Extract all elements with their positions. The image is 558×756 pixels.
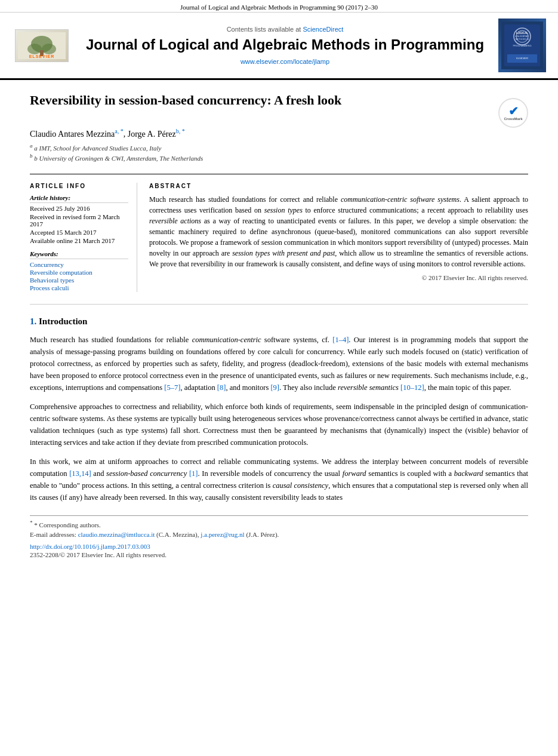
affiliation-b: b b University of Groningen & CWI, Amste… (30, 153, 528, 162)
email1-link[interactable]: claudio.mezzina@imtlucca.it (78, 531, 155, 538)
introduction-heading: 1. Introduction (30, 316, 528, 327)
top-banner: Journal of Logical and Algebraic Methods… (0, 0, 558, 13)
crossmark-label: CrossMark (504, 117, 522, 121)
email1-person: (C.A. Mezzina), (156, 531, 199, 538)
paper-content: Reversibility in session-based concurren… (0, 80, 558, 570)
abstract-heading: ABSTRACT (149, 183, 528, 189)
author1-sup: a, * (115, 128, 123, 134)
keyword-1: Concurrency (30, 261, 128, 268)
svg-text:ELSEVIER: ELSEVIER (29, 54, 55, 59)
doi-link[interactable]: http://dx.doi.org/10.1016/j.jlamp.2017.0… (30, 543, 150, 550)
svg-text:& ALGEBRAIC: & ALGEBRAIC (515, 35, 529, 38)
svg-point-3 (42, 44, 56, 54)
journal-cover: LOGICAL & ALGEBRAIC METHODS IN PROGRAMMI… (498, 19, 546, 72)
intro-number: 1. (30, 316, 36, 326)
keyword-4: Process calculi (30, 284, 128, 291)
issn-line: 2352-2208/© 2017 Elsevier Inc. All right… (30, 551, 528, 558)
keywords-label: Keywords: (30, 250, 128, 259)
author2-name: Jorge A. Pérez (128, 130, 176, 139)
email2-link[interactable]: j.a.perez@rug.nl (201, 531, 244, 538)
journal-url-link[interactable]: www.elsevier.com/locate/jlamp (241, 58, 329, 65)
footnote-area: * * Corresponding authors. E-mail addres… (30, 515, 528, 558)
svg-text:ELSEVIER: ELSEVIER (516, 57, 528, 60)
journal-main-title: Journal of Logical and Algebraic Methods… (78, 35, 492, 54)
crossmark-icon: ✔ (508, 105, 519, 117)
intro-paragraph-1: Much research has studied foundations fo… (30, 334, 528, 394)
journal-title-center: Contents lists available at ScienceDirec… (78, 26, 492, 64)
contents-line: Contents lists available at ScienceDirec… (78, 26, 492, 33)
svg-point-2 (27, 44, 42, 54)
author1-name: Claudio Antares Mezzina (30, 130, 115, 139)
article-title: Reversibility in session-based concurren… (30, 92, 341, 109)
journal-header: ELSEVIER Contents lists available at Sci… (0, 13, 558, 80)
svg-text:PROGRAMMING: PROGRAMMING (513, 44, 531, 47)
ref-13-14[interactable]: [13,14] (69, 469, 91, 478)
journal-url: www.elsevier.com/locate/jlamp (78, 58, 492, 65)
intro-paragraph-2: Comprehensive approaches to correctness … (30, 401, 528, 448)
keyword-2: Reversible computation (30, 269, 128, 276)
revised-date: Received in revised form 2 March 2017 (30, 213, 128, 228)
elsevier-logo: ELSEVIER (12, 29, 72, 62)
author2-sup: b, * (176, 128, 185, 134)
online-date: Available online 21 March 2017 (30, 237, 128, 244)
abstract-column: ABSTRACT Much research has studied found… (149, 183, 528, 292)
svg-text:METHODS IN: METHODS IN (516, 38, 529, 41)
article-history-label: Article history: (30, 194, 128, 203)
ref-5-7[interactable]: [5–7] (164, 383, 180, 392)
article-info-column: ARTICLE INFO Article history: Received 2… (30, 183, 137, 292)
email-addresses: E-mail addresses: claudio.mezzina@imtluc… (30, 531, 528, 538)
authors-line: Claudio Antares Mezzinaa, *, Jorge A. Pé… (30, 128, 528, 139)
svg-text:LOGICAL: LOGICAL (516, 32, 528, 35)
accepted-date: Accepted 15 March 2017 (30, 229, 128, 236)
elsevier-logo-img: ELSEVIER (15, 29, 69, 62)
doi-line: http://dx.doi.org/10.1016/j.jlamp.2017.0… (30, 543, 528, 550)
intro-title: Introduction (39, 316, 87, 326)
received-date: Received 25 July 2016 (30, 205, 128, 212)
sciencedirect-link[interactable]: ScienceDirect (303, 26, 343, 33)
section-divider (30, 304, 528, 305)
corresponding-authors-note: * * Corresponding authors. (30, 520, 528, 528)
intro-paragraph-3: In this work, we aim at uniform approach… (30, 456, 528, 503)
two-column-section: ARTICLE INFO Article history: Received 2… (30, 174, 528, 292)
banner-text: Journal of Logical and Algebraic Methods… (180, 4, 378, 11)
abstract-body: Much research has studied foundations fo… (149, 194, 528, 269)
ref-9[interactable]: [9] (270, 383, 279, 392)
article-info-heading: ARTICLE INFO (30, 183, 128, 189)
crossmark-badge[interactable]: ✔ CrossMark (498, 98, 528, 128)
email2-person: (J.A. Pérez). (246, 531, 279, 538)
title-row: Reversibility in session-based concurren… (30, 92, 528, 128)
ref-10-12[interactable]: [10–12] (400, 383, 424, 392)
ref-1[interactable]: [1] (189, 469, 198, 478)
copyright-line: © 2017 Elsevier Inc. All rights reserved… (149, 274, 528, 281)
keyword-3: Behavioral types (30, 276, 128, 284)
ref-1-4[interactable]: [1–4] (332, 336, 349, 344)
affiliation-a: a a IMT, School for Advanced Studies Luc… (30, 143, 528, 152)
ref-8[interactable]: [8] (217, 383, 226, 392)
